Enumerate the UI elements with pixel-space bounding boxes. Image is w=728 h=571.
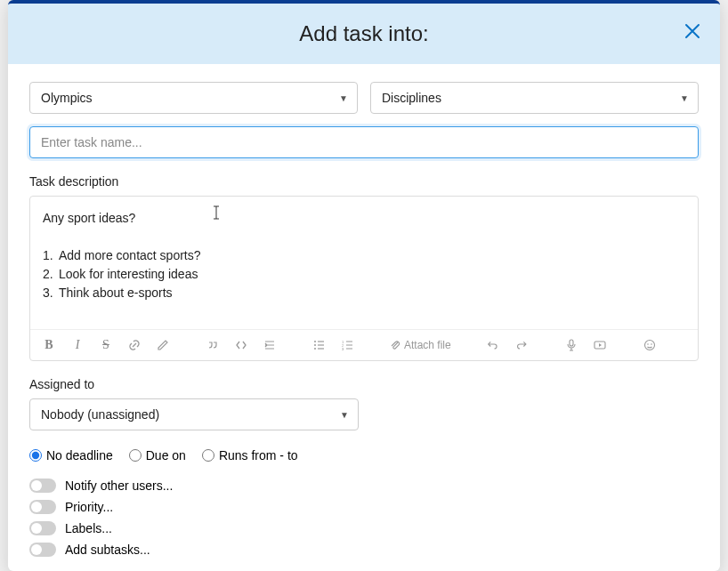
svg-rect-6 [570, 340, 573, 346]
assigned-label: Assigned to [29, 377, 699, 391]
deadline-radios: No deadline Due on Runs from - to [29, 448, 699, 462]
attach-file-button[interactable]: Attach file [390, 337, 451, 353]
description-intro: Any sport ideas? [43, 209, 685, 228]
bold-button[interactable]: B [41, 337, 57, 353]
paperclip-icon [390, 340, 400, 350]
svg-point-2 [314, 348, 316, 350]
list-select[interactable]: Disciplines ▼ [370, 82, 699, 114]
attach-file-label: Attach file [404, 339, 451, 351]
list-select-value: Disciplines [382, 91, 441, 105]
bullet-list-button[interactable] [311, 337, 328, 353]
quote-icon [206, 339, 219, 351]
close-icon [684, 23, 700, 39]
svg-point-9 [647, 343, 649, 345]
task-name-input[interactable] [29, 126, 699, 158]
toggle-notify[interactable]: Notify other users... [29, 479, 699, 493]
link-button[interactable] [126, 337, 142, 353]
modal-header: Add task into: [8, 4, 720, 64]
description-box: Any sport ideas? 1.Add more contact spor… [29, 196, 699, 361]
caret-down-icon: ▼ [339, 93, 348, 103]
highlight-button[interactable] [155, 337, 171, 353]
caret-down-icon: ▼ [680, 93, 689, 103]
code-button[interactable] [233, 337, 249, 353]
mic-button[interactable] [563, 337, 579, 353]
link-icon [128, 339, 141, 351]
description-editor[interactable]: Any sport ideas? 1.Add more contact spor… [30, 197, 698, 329]
list-item: 2.Look for interesting ideas [43, 265, 685, 284]
svg-point-10 [651, 343, 652, 345]
assigned-select-value: Nobody (unassigned) [41, 407, 159, 422]
list-item: 3.Think about e-sports [43, 284, 685, 302]
radio-no-deadline[interactable]: No deadline [29, 448, 113, 462]
caret-down-icon: ▼ [340, 410, 349, 420]
modal-body: Olympics ▼ Disciplines ▼ Task descriptio… [8, 64, 720, 571]
redo-icon [515, 339, 528, 351]
quote-button[interactable] [205, 337, 221, 353]
emoji-button[interactable] [642, 337, 658, 353]
text-cursor-icon [212, 205, 221, 220]
video-icon [594, 339, 606, 351]
close-button[interactable] [684, 23, 702, 41]
microphone-icon [565, 339, 578, 351]
undo-icon [487, 339, 499, 351]
assigned-select[interactable]: Nobody (unassigned) ▼ [29, 398, 359, 430]
code-icon [235, 339, 247, 351]
toggle-switch[interactable] [29, 479, 56, 493]
svg-text:3: 3 [342, 347, 344, 351]
radio-due-on[interactable]: Due on [129, 448, 186, 462]
pencil-icon [157, 339, 169, 351]
indent-button[interactable] [262, 337, 278, 353]
toggle-subtasks[interactable]: Add subtasks... [29, 543, 699, 557]
strikethrough-button[interactable]: S [98, 337, 114, 353]
editor-toolbar: B I S [30, 329, 698, 360]
project-select-value: Olympics [41, 91, 93, 105]
indent-icon [263, 339, 276, 351]
toggle-switch[interactable] [29, 543, 56, 557]
numbered-list-icon: 123 [342, 339, 354, 351]
bullet-list-icon [313, 339, 326, 351]
project-select[interactable]: Olympics ▼ [29, 82, 358, 114]
toggle-labels[interactable]: Labels... [29, 521, 699, 535]
emoji-icon [643, 339, 656, 351]
list-item: 1.Add more contact sports? [43, 246, 685, 265]
svg-point-0 [314, 341, 316, 342]
toggle-priority[interactable]: Priority... [29, 500, 699, 514]
svg-point-8 [644, 341, 654, 350]
radio-runs-from-to[interactable]: Runs from - to [202, 448, 298, 462]
undo-button[interactable] [485, 337, 501, 353]
svg-point-1 [314, 344, 316, 346]
redo-button[interactable] [514, 337, 530, 353]
video-button[interactable] [592, 337, 608, 353]
description-label: Task description [29, 174, 699, 189]
add-task-modal: Add task into: Olympics ▼ Disciplines ▼ … [8, 0, 720, 571]
toggle-switch[interactable] [29, 521, 56, 535]
modal-title: Add task into: [299, 21, 428, 46]
italic-button[interactable]: I [69, 337, 85, 353]
numbered-list-button[interactable]: 123 [340, 337, 356, 353]
toggle-switch[interactable] [29, 500, 56, 514]
